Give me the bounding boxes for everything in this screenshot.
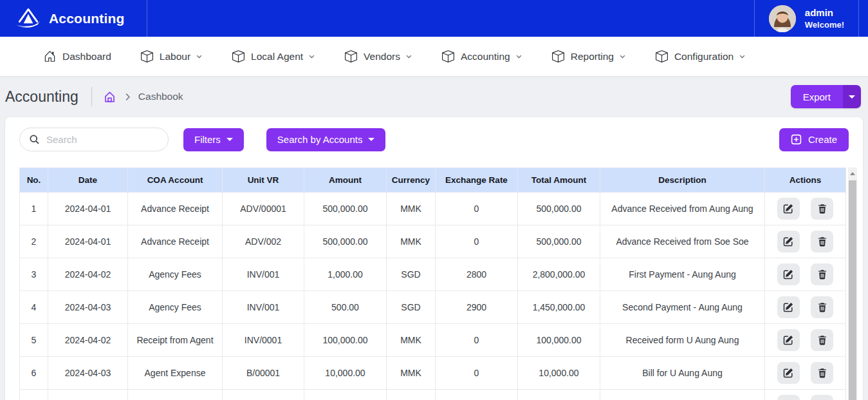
cell-description (600, 390, 765, 400)
cell-currency: SGD (387, 258, 436, 291)
cell-date (48, 390, 128, 400)
cell-coa-account: Agency Fees (128, 258, 223, 291)
main-nav: Dashboard Labour Local Agent Vendors Acc… (0, 37, 868, 76)
nav-item-labour[interactable]: Labour (141, 50, 203, 62)
edit-button[interactable] (777, 263, 800, 285)
user-menu[interactable]: admin Welcome! (754, 0, 859, 37)
chevron-down-icon (739, 53, 746, 60)
cell-actions (765, 324, 846, 357)
cell-total-amount: 10,000.00 (518, 357, 600, 390)
table-row: 4 2024-04-03 Agency Fees INV/001 500.00 … (20, 291, 846, 324)
cell-currency: MMK (387, 324, 436, 357)
search-by-accounts-button[interactable]: Search by Accounts (266, 128, 386, 151)
scrollbar-thumb[interactable] (849, 180, 856, 400)
chevron-down-icon (619, 53, 626, 60)
table-row: 5 2024-04-02 Receipt from Agent INV/0001… (20, 324, 846, 357)
edit-button[interactable] (777, 329, 800, 351)
cell-amount: 10,000.00 (304, 357, 387, 390)
page-title: Accounting (5, 88, 78, 106)
cell-coa-account: Advance Receipt (128, 193, 223, 225)
filters-button[interactable]: Filters (183, 128, 244, 151)
delete-button[interactable] (811, 198, 833, 220)
cell-date: 2024-04-03 (48, 357, 128, 390)
chevron-down-icon (515, 53, 522, 60)
pencil-square-icon (783, 368, 793, 378)
cell-exchange-rate: 0 (436, 324, 518, 357)
edit-button[interactable] (777, 395, 800, 400)
divider (91, 87, 92, 106)
create-button[interactable]: Create (779, 128, 849, 151)
cell-coa-account: Agent Expense (128, 357, 223, 390)
nav-label: Configuration (674, 51, 734, 62)
brand[interactable]: Accounting (0, 0, 147, 37)
cube-icon (232, 50, 245, 62)
table-row: 1 2024-04-01 Advance Receipt ADV/00001 5… (20, 193, 846, 225)
export-dropdown-button[interactable] (843, 85, 861, 108)
delete-button[interactable] (811, 231, 833, 252)
cell-description: Advance Received from Aung Aung (600, 193, 765, 225)
pencil-square-icon (783, 236, 793, 247)
trash-icon (817, 368, 827, 378)
vertical-scrollbar[interactable] (848, 167, 857, 400)
col-header-currency: Currency (387, 168, 436, 193)
cell-description: Second Payment - Aung Aung (600, 291, 765, 324)
nav-item-configuration[interactable]: Configuration (656, 50, 746, 62)
nav-item-vendors[interactable]: Vendors (345, 50, 412, 62)
cell-exchange-rate: 2800 (436, 258, 518, 291)
cell-unit-vr: ADV/002 (223, 225, 304, 258)
table-row: 6 2024-04-03 Agent Expense B/00001 10,00… (20, 357, 846, 390)
cell-no: 4 (20, 291, 48, 324)
cube-icon (141, 50, 153, 62)
delete-button[interactable] (811, 362, 833, 384)
edit-button[interactable] (777, 198, 800, 220)
export-button[interactable]: Export (791, 85, 843, 108)
cell-no: 2 (20, 225, 48, 258)
cube-icon (656, 50, 668, 62)
cell-unit-vr (223, 390, 304, 400)
cell-unit-vr: B/00001 (223, 357, 304, 390)
delete-button[interactable] (811, 263, 833, 285)
cell-actions (765, 258, 846, 291)
cell-coa-account: Agency Fees (128, 291, 223, 324)
cell-date: 2024-04-01 (48, 193, 128, 225)
cell-description: Received form U Aung Aung (600, 324, 765, 357)
search-input[interactable] (46, 134, 160, 145)
cell-exchange-rate: 0 (436, 357, 518, 390)
search-box (19, 128, 169, 151)
nav-item-reporting[interactable]: Reporting (552, 50, 626, 62)
chevron-down-icon (196, 53, 203, 60)
cell-exchange-rate: 0 (436, 193, 518, 225)
cell-no (20, 390, 48, 400)
nav-item-accounting[interactable]: Accounting (442, 50, 522, 62)
edit-button[interactable] (777, 296, 800, 318)
col-header-exchange-rate: Exchange Rate (436, 168, 518, 193)
cell-coa-account: Receipt from Agent (128, 324, 223, 357)
breadcrumb-current: Cashbook (138, 91, 183, 102)
pencil-square-icon (783, 204, 793, 214)
chevron-down-icon (308, 53, 315, 60)
cell-unit-vr: INV/001 (223, 291, 304, 324)
delete-button[interactable] (811, 395, 833, 400)
app-logo-icon (14, 6, 42, 31)
nav-label: Local Agent (251, 51, 303, 62)
chevron-down-icon (405, 53, 412, 60)
nav-item-local-agent[interactable]: Local Agent (232, 50, 315, 62)
cell-amount (304, 390, 387, 400)
col-header-description: Description (600, 168, 765, 193)
trash-icon (817, 335, 827, 345)
scrollbar-up-button[interactable] (848, 167, 857, 180)
content-card: Filters Search by Accounts Create No. (5, 117, 863, 400)
cell-exchange-rate: 2900 (436, 291, 518, 324)
trash-icon (817, 269, 827, 280)
breadcrumb-home-icon[interactable] (104, 91, 116, 103)
edit-button[interactable] (777, 362, 800, 384)
cell-actions (765, 291, 846, 324)
cell-unit-vr: INV/0001 (223, 324, 304, 357)
cell-actions (765, 193, 846, 225)
col-header-total-amount: Total Amount (518, 168, 600, 193)
delete-button[interactable] (811, 329, 833, 351)
cell-actions (765, 357, 846, 390)
nav-item-dashboard[interactable]: Dashboard (44, 50, 111, 62)
delete-button[interactable] (811, 296, 833, 318)
edit-button[interactable] (777, 231, 800, 252)
